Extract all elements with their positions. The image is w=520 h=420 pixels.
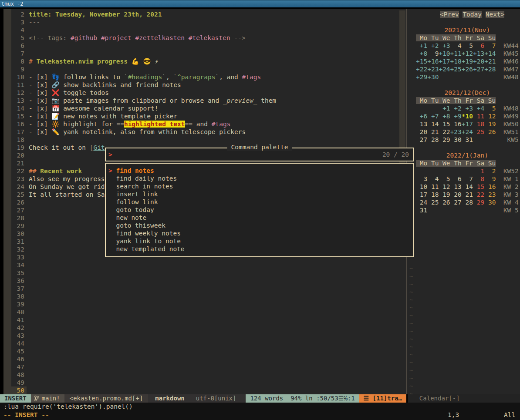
calendar-day-cell[interactable]: +27	[473, 66, 484, 73]
calendar-day-cell[interactable]: 29	[439, 136, 450, 143]
editor-line[interactable]: 44	[11, 339, 399, 347]
palette-item[interactable]: > find notes	[106, 167, 413, 175]
editor-line[interactable]: 15- [x] 📝 new notes with template picker	[11, 112, 399, 120]
palette-item[interactable]: goto thisweek	[106, 222, 413, 229]
calendar-day-cell[interactable]: +16	[427, 58, 439, 65]
calendar-day-cell[interactable]: +9	[450, 113, 462, 120]
calendar-day-cell[interactable]: +13	[473, 50, 484, 57]
editor-line[interactable]: 40	[11, 308, 399, 316]
calendar-today-button[interactable]: Today	[463, 11, 482, 18]
calendar-day-cell[interactable]: 5	[484, 105, 496, 112]
calendar-pane[interactable]: <Prev Today Next> 2021/11(Nov) Mo Tu We …	[407, 9, 520, 394]
calendar-day-cell[interactable]: +11	[450, 50, 462, 57]
command-line[interactable]: :lua require('telekasten').panel()	[0, 403, 520, 411]
editor-line[interactable]: 38	[11, 292, 399, 300]
calendar-day-cell[interactable]: 22	[439, 128, 450, 135]
editor-line[interactable]: 49	[11, 379, 399, 386]
editor-line[interactable]: 39	[11, 300, 399, 308]
palette-item[interactable]: search in notes	[106, 182, 413, 190]
calendar-day-cell[interactable]: 18	[427, 191, 439, 198]
calendar-day-cell[interactable]: +29	[416, 74, 427, 81]
calendar-day-cell[interactable]: 7	[462, 175, 473, 182]
editor-line[interactable]: 36	[11, 277, 399, 285]
calendar-day-cell[interactable]: 9	[484, 175, 496, 182]
calendar-day-cell[interactable]: +14	[484, 50, 496, 57]
editor-line[interactable]: 45	[11, 347, 399, 355]
calendar-day-cell[interactable]: 15	[439, 121, 450, 128]
palette-item[interactable]: goto today	[106, 206, 413, 214]
editor-line[interactable]: 3---	[11, 18, 399, 26]
editor-line[interactable]: 9	[11, 65, 399, 73]
calendar-day-cell[interactable]: 20	[450, 191, 462, 198]
palette-item[interactable]: new templated note	[106, 245, 413, 253]
editor-line[interactable]: 47	[11, 363, 399, 371]
palette-item[interactable]: find weekly notes	[106, 229, 413, 237]
calendar-day-cell[interactable]: 27	[416, 136, 427, 143]
calendar-day-cell[interactable]: +15	[416, 58, 427, 65]
calendar-day-cell[interactable]: +10	[439, 50, 450, 57]
calendar-day-cell[interactable]: +3	[462, 105, 473, 112]
calendar-day-cell[interactable]: +26	[462, 66, 473, 73]
calendar-day-cell[interactable]: +7	[427, 113, 439, 120]
calendar-day-cell[interactable]: 1	[473, 168, 484, 175]
calendar-day-cell[interactable]: 25	[473, 128, 484, 135]
editor-line[interactable]: 4	[11, 26, 399, 34]
calendar-day-cell[interactable]: +3	[439, 42, 450, 49]
calendar-day-cell[interactable]: 2	[484, 168, 496, 175]
calendar-day-cell[interactable]: 14	[427, 121, 439, 128]
calendar-day-cell[interactable]: 24	[416, 199, 427, 206]
calendar-day-cell[interactable]: 13	[416, 121, 427, 128]
calendar-day-cell[interactable]: +21	[484, 58, 496, 65]
calendar-day-cell[interactable]: +30	[427, 74, 439, 81]
calendar-day-cell[interactable]: 10	[416, 183, 427, 190]
calendar-day-cell[interactable]: +17	[462, 121, 473, 128]
calendar-day-cell[interactable]: 3	[416, 175, 427, 182]
calendar-day-cell[interactable]: 22	[473, 191, 484, 198]
calendar-day-cell[interactable]: 25	[427, 199, 439, 206]
calendar-day-cell[interactable]: 11	[473, 113, 484, 120]
calendar-day-cell[interactable]: 16	[484, 183, 496, 190]
calendar-day-cell[interactable]: 26	[484, 128, 496, 135]
calendar-day-cell[interactable]: +12	[462, 50, 473, 57]
calendar-day-cell[interactable]: 4	[427, 175, 439, 182]
calendar-day-cell[interactable]: +28	[484, 66, 496, 73]
calendar-day-cell[interactable]: +22	[416, 66, 427, 73]
palette-item[interactable]: find daily notes	[106, 175, 413, 182]
calendar-day-cell[interactable]: 21	[462, 191, 473, 198]
editor-line[interactable]: 46	[11, 355, 399, 363]
calendar-day-cell[interactable]: 15	[473, 183, 484, 190]
calendar-day-cell[interactable]: +8	[439, 113, 450, 120]
editor-line[interactable]: 14- [x] 📅 awesome calendar support!	[11, 104, 399, 112]
calendar-day-cell[interactable]: 8	[473, 175, 484, 182]
editor-line[interactable]: 43	[11, 332, 399, 339]
palette-item[interactable]: yank link to note	[106, 237, 413, 245]
editor-line[interactable]: 8# Telekasten.nvim progress 💪 😎 ⚡	[11, 57, 399, 65]
calendar-day-cell[interactable]: 31	[462, 136, 473, 143]
calendar-day-cell[interactable]: +24	[462, 128, 473, 135]
editor-line[interactable]: 16- [x] 🔆 highlight for ==highlighted te…	[11, 120, 399, 128]
editor-line[interactable]: 5<!-- tags: #github #project #zettelkast…	[11, 34, 399, 42]
calendar-day-cell[interactable]: 28	[462, 199, 473, 206]
editor-line[interactable]: 35	[11, 269, 399, 277]
calendar-day-cell[interactable]: 18	[473, 121, 484, 128]
calendar-day-cell[interactable]: 16	[450, 121, 462, 128]
calendar-day-cell[interactable]: +8	[416, 50, 427, 57]
calendar-day-cell[interactable]: 29	[473, 199, 484, 206]
calendar-day-cell[interactable]: 27	[450, 199, 462, 206]
palette-item[interactable]: follow link	[106, 198, 413, 206]
calendar-day-cell[interactable]: +4	[473, 105, 484, 112]
calendar-day-cell[interactable]: 11	[427, 183, 439, 190]
calendar-day-cell[interactable]: 23	[484, 191, 496, 198]
calendar-day-cell[interactable]: 30	[484, 199, 496, 206]
calendar-day-cell[interactable]: 14	[462, 183, 473, 190]
palette-item[interactable]: insert link	[106, 190, 413, 198]
calendar-day-cell[interactable]: +2	[427, 42, 439, 49]
calendar-day-cell[interactable]: +23	[427, 66, 439, 73]
editor-line[interactable]: 10- [x] 👣 follow links to `#headings`, `…	[11, 73, 399, 81]
calendar-day-cell[interactable]: 30	[450, 136, 462, 143]
editor-line[interactable]: 7	[11, 50, 399, 57]
calendar-day-cell[interactable]: +1	[439, 105, 450, 112]
palette-item[interactable]: new note	[106, 214, 413, 222]
editor-line[interactable]: 41	[11, 316, 399, 324]
calendar-day-cell[interactable]: 19	[484, 121, 496, 128]
